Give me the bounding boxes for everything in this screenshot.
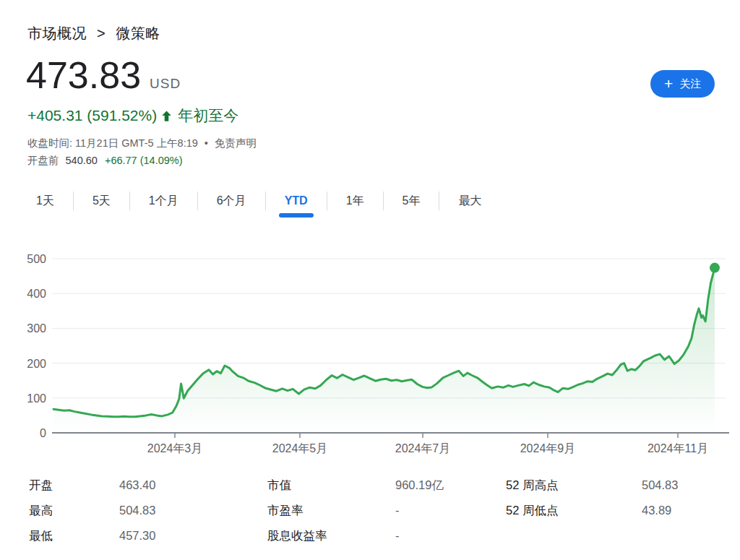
svg-text:300: 300 [27, 322, 46, 335]
stat-value: 504.83 [642, 478, 678, 493]
current-price: 473.83 [26, 56, 141, 94]
dot-separator: • [205, 137, 208, 149]
stat-value: 43.89 [642, 504, 671, 518]
tab-1y[interactable]: 1年 [327, 185, 383, 217]
up-arrow-icon [160, 109, 173, 123]
svg-text:2024年3月: 2024年3月 [147, 442, 203, 455]
breadcrumb-market-overview-link[interactable]: 市场概况 [27, 25, 87, 41]
tab-1m[interactable]: 1个月 [130, 185, 197, 217]
premarket-change: +66.77 (14.09%) [105, 155, 183, 166]
svg-text:400: 400 [27, 288, 46, 300]
stat-label: 市值 [267, 478, 291, 493]
follow-button-label: 关注 [679, 77, 701, 91]
breadcrumb: 市场概况 > 微策略 [27, 24, 160, 43]
stat-value: 960.19亿 [395, 478, 444, 493]
tab-max[interactable]: 最大 [439, 185, 500, 217]
close-info-row: 收盘时间: 11月21日 GMT-5 上午8:19 • 免责声明 [27, 137, 257, 150]
stat-label: 开盘 [29, 478, 53, 493]
svg-text:2024年5月: 2024年5月 [272, 442, 328, 455]
stat-label: 最高 [29, 504, 53, 518]
price-row: 473.83 USD [26, 56, 181, 94]
svg-text:0: 0 [40, 427, 46, 439]
stock-chart-svg[interactable]: 01002003004005002024年3月2024年5月2024年7月202… [0, 246, 740, 462]
time-range-tabs: 1天 5天 1个月 6个月 YTD 1年 5年 最大 [17, 185, 500, 217]
svg-text:100: 100 [27, 392, 46, 405]
stat-value: 504.83 [119, 504, 155, 518]
follow-button[interactable]: + 关注 [650, 70, 715, 98]
close-info-text: 收盘时间: 11月21日 GMT-5 上午8:19 [27, 137, 198, 149]
tab-ytd[interactable]: YTD [266, 185, 327, 217]
price-change-row: +405.31 (591.52%) 年初至今 [27, 105, 238, 126]
price-chart[interactable]: 01002003004005002024年3月2024年5月2024年7月202… [0, 246, 740, 462]
stat-label: 52 周高点 [506, 478, 558, 493]
tab-5d[interactable]: 5天 [74, 185, 129, 217]
stat-label: 市盈率 [267, 504, 304, 518]
stat-value: 463.40 [119, 478, 155, 493]
premarket-row: 开盘前 540.60 +66.77 (14.09%) [27, 154, 183, 168]
price-change-period: 年初至今 [178, 105, 238, 126]
price-change-value: +405.31 (591.52%) [27, 107, 157, 124]
stat-value: - [395, 504, 400, 518]
svg-text:200: 200 [27, 358, 46, 370]
svg-text:2024年7月: 2024年7月 [395, 442, 451, 455]
svg-text:2024年11月: 2024年11月 [648, 442, 708, 455]
tab-5y[interactable]: 5年 [384, 185, 439, 217]
currency-code: USD [150, 76, 181, 92]
stat-label: 52 周低点 [506, 504, 558, 518]
stat-label: 最低 [29, 529, 53, 543]
stat-label: 股息收益率 [267, 529, 327, 543]
premarket-label: 开盘前 [27, 155, 59, 166]
tab-1d[interactable]: 1天 [17, 185, 73, 217]
finance-quote-page: 市场概况 > 微策略 473.83 USD + 关注 +405.31 (591.… [0, 0, 740, 560]
breadcrumb-security-name: 微策略 [116, 25, 160, 41]
stat-value: 457.30 [119, 529, 155, 543]
breadcrumb-separator: > [97, 25, 106, 41]
premarket-price: 540.60 [66, 155, 98, 166]
svg-text:2024年9月: 2024年9月 [520, 442, 576, 455]
disclaimer-link[interactable]: 免责声明 [215, 137, 257, 149]
svg-text:500: 500 [27, 253, 46, 265]
stat-value: - [395, 529, 400, 543]
tab-6m[interactable]: 6个月 [198, 185, 265, 217]
plus-icon: + [664, 76, 673, 91]
